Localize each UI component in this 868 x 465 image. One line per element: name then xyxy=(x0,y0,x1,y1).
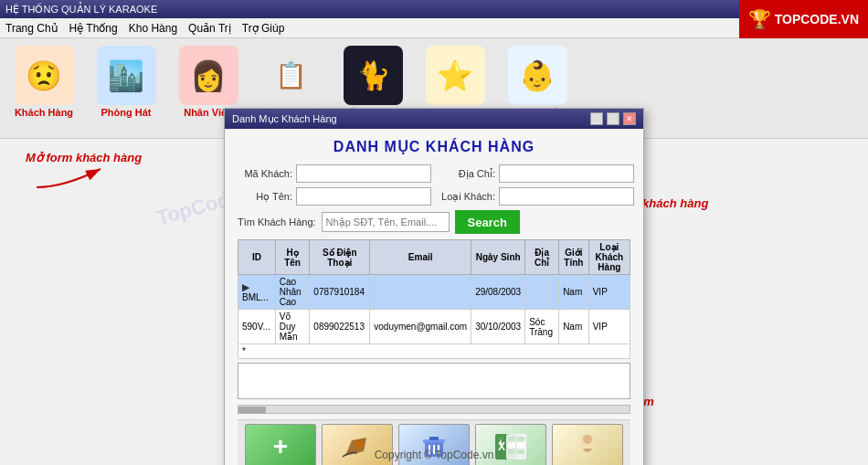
close-button[interactable]: ✕ xyxy=(623,112,636,125)
svg-rect-19 xyxy=(517,443,524,448)
menu-tro-giup[interactable]: Trợ Giúp xyxy=(242,22,285,35)
table-row[interactable]: ▶ BML... Cao Nhân Cao 0787910184 29/08/2… xyxy=(238,275,630,310)
loai-khach-input[interactable] xyxy=(499,187,634,206)
logo-icon: 🏆 xyxy=(748,8,771,30)
search-button[interactable]: Search xyxy=(455,210,520,234)
search-input[interactable] xyxy=(322,212,450,232)
modal-title: Danh Mục Khách Hàng xyxy=(232,113,337,125)
dia-chi-input[interactable] xyxy=(499,164,634,183)
ma-khach-label: Mã Khách: xyxy=(238,168,292,179)
col-loai: Loại Khách Hàng xyxy=(588,240,630,275)
modal-body: Mã Khách: Địa Chỉ: Họ Tên: Loại Khách: T… xyxy=(225,161,643,465)
form-row-1: Mã Khách: Địa Chỉ: xyxy=(238,164,630,183)
col-ngay-sinh: Ngày Sinh xyxy=(471,240,525,275)
loai-khach-label: Loại Khách: xyxy=(440,191,495,203)
thoat-icon: 👶 xyxy=(508,46,567,105)
cell-indicator: ▶ BML... xyxy=(238,275,276,310)
modal-danh-muc: Danh Mục Khách Hàng _ □ ✕ DANH MỤC KHÁCH… xyxy=(224,108,644,465)
app-title: HỆ THỐNG QUẢN LÝ KARAOKE xyxy=(5,4,157,16)
dia-chi-label: Địa Chỉ: xyxy=(440,168,495,180)
form-group-loai-khach: Loại Khách: xyxy=(440,187,634,206)
title-bar: HỆ THỐNG QUẢN LÝ KARAOKE 🏆 TOPCODE.VN xyxy=(0,0,868,18)
menu-trang-chu[interactable]: Trang Chủ xyxy=(5,22,58,35)
phong-hat-label: Phòng Hát xyxy=(101,107,152,118)
cell-sdt: 0787910184 xyxy=(310,275,370,310)
maximize-button[interactable]: □ xyxy=(607,112,619,125)
form-group-ma-khach: Mã Khách: xyxy=(238,164,431,183)
svg-rect-10 xyxy=(429,437,439,440)
svg-rect-23 xyxy=(499,436,504,439)
svg-point-7 xyxy=(355,440,363,448)
menu-quan-tri[interactable]: Quản Trị xyxy=(188,22,231,35)
modal-titlebar: Danh Mục Khách Hàng _ □ ✕ xyxy=(225,109,643,129)
modal-window-controls: _ □ ✕ xyxy=(590,112,636,125)
menu-bar: Trang Chủ Hệ Thống Kho Hàng Quản Trị Trợ… xyxy=(0,18,868,38)
ho-ten-input[interactable] xyxy=(296,187,431,206)
dich-vu-icon: 🐈 xyxy=(344,46,403,105)
cell-id: 590V... xyxy=(238,310,276,344)
scroll-bar[interactable] xyxy=(238,405,630,414)
cell-gioi-tinh: Nam xyxy=(559,275,589,310)
col-gioi-tinh: Giới Tính xyxy=(559,240,589,275)
cell-dia-chi: Sóc Trăng xyxy=(525,310,559,344)
modal-header: DANH MỤC KHÁCH HÀNG xyxy=(225,129,643,161)
table-row-empty: * xyxy=(238,344,630,359)
col-id: ID xyxy=(238,240,276,275)
khach-hang-icon: 😟 xyxy=(15,46,74,105)
cell-ho-ten: Võ Duy Mẫn xyxy=(275,310,310,344)
form-group-dia-chi: Địa Chỉ: xyxy=(440,164,634,183)
cell-dia-chi xyxy=(525,275,559,310)
cell-ngay-sinh: 29/08/2003 xyxy=(471,275,525,310)
col-dia-chi: Địa Chỉ xyxy=(525,240,559,275)
form-group-ho-ten: Họ Tên: xyxy=(238,187,431,206)
col-email: Email xyxy=(370,240,471,275)
search-row: Tìm Khách Hàng: Search xyxy=(238,210,630,234)
svg-point-25 xyxy=(583,435,592,444)
cell-sdt: 0899022513 xyxy=(310,310,370,344)
svg-rect-18 xyxy=(508,443,515,448)
minimize-button[interactable]: _ xyxy=(590,112,603,125)
ho-ten-label: Họ Tên: xyxy=(238,191,292,203)
toolbar-khach-hang[interactable]: 😟 Khách Hàng xyxy=(7,46,80,131)
form-row-2: Họ Tên: Loại Khách: xyxy=(238,187,630,206)
cell-gioi-tinh: Nam xyxy=(559,310,589,344)
cell-loai: VIP xyxy=(588,310,630,344)
cell-email xyxy=(370,275,471,310)
customer-table: ID Họ Tên Số Điện Thoại Email Ngày Sinh … xyxy=(238,239,630,359)
ma-khach-input[interactable] xyxy=(296,164,431,183)
col-sdt: Số Điện Thoại xyxy=(310,240,370,275)
arrow-mo-form xyxy=(27,142,210,196)
toolbar-phong-hat[interactable]: 🏙️ Phòng Hát xyxy=(90,46,163,131)
menu-he-thong[interactable]: Hệ Thống xyxy=(69,22,118,35)
logo-text: TOPCODE.VN xyxy=(775,12,859,26)
col-ho-ten: Họ Tên xyxy=(275,240,310,275)
hoa-don-icon: 📋 xyxy=(261,46,321,105)
svg-rect-16 xyxy=(508,437,515,441)
menu-kho-hang[interactable]: Kho Hàng xyxy=(129,22,177,35)
tim-khach-label: Tìm Khách Hàng: xyxy=(238,217,316,227)
scroll-thumb xyxy=(238,407,266,414)
danh-gia-icon: ⭐ xyxy=(426,46,485,105)
nhan-vien-icon: 👩 xyxy=(179,46,238,105)
logo: 🏆 TOPCODE.VN xyxy=(739,0,868,38)
svg-rect-17 xyxy=(517,437,524,441)
khach-hang-label: Khách Hàng xyxy=(15,107,73,118)
cell-ho-ten: Cao Nhân Cao xyxy=(275,275,310,310)
cell-email: voduymen@gmail.com xyxy=(370,310,471,344)
cell-ngay-sinh: 30/10/2003 xyxy=(471,310,525,344)
copyright: Copyright © TopCode.vn xyxy=(0,449,868,461)
detail-area xyxy=(238,363,630,399)
cell-loai: VIP xyxy=(588,275,630,310)
table-row[interactable]: 590V... Võ Duy Mẫn 0899022513 voduymen@g… xyxy=(238,310,630,344)
phong-hat-icon: 🏙️ xyxy=(97,46,156,105)
